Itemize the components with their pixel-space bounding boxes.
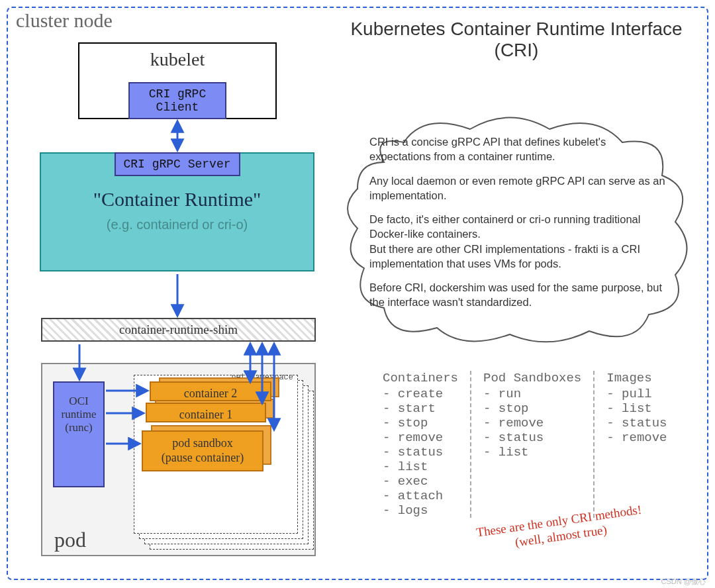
cri-grpc-client-box: CRI gRPC Client [128, 82, 226, 119]
oci-line1: OCI [54, 395, 103, 408]
cloud-p1: CRI is a concise gRPC API that defines k… [369, 134, 667, 164]
pod-sandbox-l2: (pause container) [148, 450, 257, 465]
containers-column: Containers createstartstopremovestatusli… [371, 371, 471, 518]
containers-item-remove: remove [383, 430, 458, 445]
containers-item-status: status [383, 445, 458, 460]
cluster-node-label: cluster node [16, 9, 113, 32]
containers-item-logs: logs [383, 503, 458, 518]
watermark: CSDN @傲心 [661, 577, 706, 587]
containers-item-stop: stop [383, 416, 458, 430]
images-item-pull: pull [606, 387, 667, 401]
pod-sandboxes-item-status: status [483, 430, 581, 445]
containers-item-list: list [383, 460, 458, 474]
images-head: Images [606, 371, 667, 385]
containers-item-attach: attach [383, 489, 458, 503]
pod-sandboxes-item-stop: stop [483, 401, 581, 416]
container-runtime-title: "Container Runtime" [41, 188, 313, 211]
containers-item-exec: exec [383, 474, 458, 489]
oci-line2: runtime [54, 408, 103, 421]
images-item-status: status [606, 416, 667, 430]
container-1-box: container 1 [146, 403, 266, 422]
cloud-p4: Before CRI, dockershim was used for the … [369, 280, 667, 310]
pod-sandbox-box: pod sandbox (pause container) [142, 430, 263, 471]
cri-methods-columns: Containers createstartstopremovestatusli… [371, 371, 679, 518]
images-item-list: list [606, 401, 667, 416]
images-item-remove: remove [606, 430, 667, 445]
pod-label: pod [54, 528, 86, 552]
oci-runtime-box: OCI runtime (runc) [53, 381, 105, 487]
pod-sandboxes-item-remove: remove [483, 416, 581, 430]
diagram-title-l1: Kubernetes Container Runtime Interface [338, 19, 695, 40]
container-2-box: container 2 [150, 381, 271, 401]
pod-sandboxes-item-list: list [483, 445, 581, 460]
diagram-title: Kubernetes Container Runtime Interface (… [338, 19, 695, 61]
pod-sandbox-l1: pod sandbox [148, 436, 257, 450]
cloud-text: CRI is a concise gRPC API that defines k… [369, 134, 667, 319]
containers-head: Containers [383, 371, 458, 385]
pod-sandboxes-head: Pod Sandboxes [483, 371, 581, 385]
kubelet-title: kubelet [79, 49, 275, 70]
pod-sandboxes-column: Pod Sandboxes runstopremovestatuslist [471, 371, 595, 518]
cri-grpc-server-box: CRI gRPC Server [114, 152, 240, 176]
images-column: Images pullliststatusremove [595, 371, 679, 518]
containers-item-create: create [383, 387, 458, 401]
containers-item-start: start [383, 401, 458, 416]
diagram-title-l2: (CRI) [338, 40, 695, 61]
cloud-p3: De facto, it's either containerd or cri-… [369, 212, 667, 271]
kubelet-box: kubelet CRI gRPC Client [78, 42, 277, 119]
cloud-p2: Any local daemon or even remote gRPC API… [369, 173, 667, 203]
oci-line3: (runc) [54, 421, 103, 434]
explanation-cloud: CRI is a concise gRPC API that defines k… [344, 109, 689, 348]
pod-sandboxes-item-run: run [483, 387, 581, 401]
